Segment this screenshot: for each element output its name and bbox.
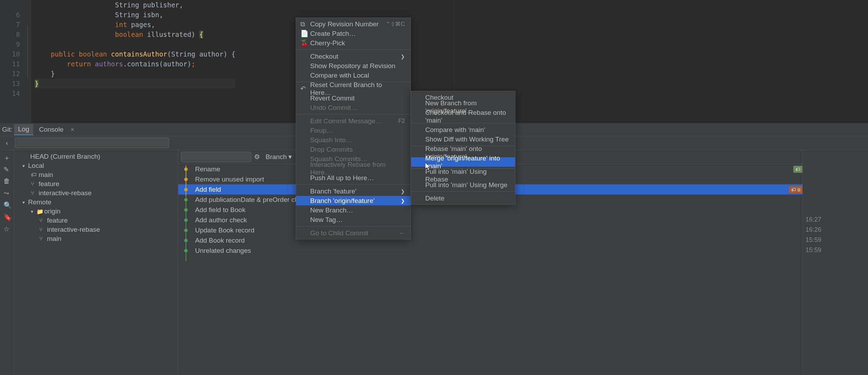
menu-label: Delete [425,195,445,202]
menu-item: Edit Commit Message…F2 [296,116,410,126]
delete-icon[interactable]: 🗑 [4,177,11,184]
commit-details-pane: 16:2716:2615:5915:59 [803,150,868,375]
menu-item[interactable]: Push All up to Here… [296,173,410,183]
menu-item: Go to Child Commit← [296,228,410,238]
menu-label: Compare with 'main' [425,126,485,134]
menu-label: Compare with Local [310,72,369,79]
branch-filter-dropdown[interactable]: Branch ▾ [266,153,292,161]
menu-item[interactable]: Compare with 'main' [411,125,515,134]
menu-label: Drop Commits [310,146,353,153]
commit-row[interactable]: Add field to Book [178,205,802,215]
menu-label: Edit Commit Message… [310,117,382,125]
commit-message: Update Book record [195,226,802,234]
menu-item[interactable]: Merge 'origin/feature' into 'main' [411,157,515,167]
line-number-gutter: 67891011121314 [0,0,26,123]
gear-icon[interactable]: ⚙ [254,153,260,161]
commit-message: Unrelated changes [195,247,802,255]
tag-badge: 🏷 o [789,186,802,193]
edit-icon[interactable]: ✎ [4,165,11,172]
git-title-label: Git: [2,126,13,133]
sync-icon[interactable]: ⤳ [4,189,11,196]
patch-icon: 📄 [300,29,307,38]
menu-label: Cherry-Pick [310,39,345,47]
menu-item: Fixup… [296,126,410,135]
menu-label: New Branch… [310,206,353,214]
menu-label: Undo Commit… [310,104,358,112]
remote-branch-feature[interactable]: ⑂feature [14,216,178,225]
commit-message: Add author check [195,216,802,224]
cherry-icon: 🍒 [300,39,307,47]
commit-row[interactable]: Add Book record [178,235,802,245]
menu-label: Checkout [310,53,338,60]
menu-item: Drop Commits [296,145,410,154]
menu-label: Squash Into… [310,136,352,144]
head-branch-row[interactable]: HEAD (Current Branch) [14,152,178,161]
tab-log[interactable]: Log [14,124,34,135]
commit-search-input[interactable] [181,152,251,162]
menu-label: Branch 'feature' [310,188,356,195]
menu-item[interactable]: Pull into 'main' Using Rebase [411,171,515,180]
commit-message: Add Book record [195,237,802,244]
commit-row[interactable]: Unrelated changes [178,245,802,256]
code-area[interactable]: String publisher, String isbn, int pages… [31,0,235,123]
menu-label: Branch 'origin/feature' [310,197,375,205]
menu-label: Show Diff with Working Tree [425,136,509,143]
menu-item[interactable]: New Branch… [296,205,410,215]
menu-item[interactable]: Checkout and Rebase onto 'main' [411,112,515,121]
commit-row[interactable]: Update Book record [178,225,802,235]
menu-label: Copy Revision Number [310,20,379,28]
commit-row[interactable]: Add author check [178,215,802,225]
menu-item[interactable]: ⧉ Copy Revision Number⌃⇧⌘C [296,19,410,29]
branch-submenu[interactable]: Checkout New Branch from 'origin/feature… [411,91,515,205]
git-side-tools: ＋ ✎ 🗑 ⤳ 🔍 🔖 ☆ [0,150,14,375]
tag-badge: 🏷 [793,166,802,173]
menu-item[interactable]: Checkout❯ [296,52,410,61]
menu-item: Interactively Rebase from Here… [296,164,410,173]
menu-label: Push All up to Here… [310,174,374,182]
editor-preview-pane [454,0,868,123]
undo-icon: ↶ [300,85,307,93]
tab-console[interactable]: Console [35,124,68,135]
local-branch-interactive-rebase[interactable]: ⑂interactive-rebase [14,189,178,198]
remote-branch-interactive-rebase[interactable]: ⑂interactive-rebase [14,225,178,234]
find-icon[interactable]: 🔍 [4,201,11,208]
menu-item: Undo Commit… [296,103,410,112]
menu-item[interactable]: Pull into 'main' Using Merge [411,180,515,190]
add-icon[interactable]: ＋ [4,153,11,160]
star-icon[interactable]: ☆ [4,225,11,232]
menu-item[interactable]: New Tag… [296,215,410,224]
copy-icon: ⧉ [300,20,307,28]
menu-item[interactable]: 🍒 Cherry-Pick [296,38,410,48]
branch-tree[interactable]: HEAD (Current Branch)▾Local🏷main⑂feature… [14,150,178,375]
branch-search-input[interactable] [15,138,169,148]
remote-branch-main[interactable]: ⑂main [14,234,178,243]
back-button[interactable]: ‹ [2,138,12,148]
menu-item: Squash Into… [296,135,410,145]
remote-branches-group[interactable]: ▾Remote [14,198,178,207]
menu-item[interactable]: Branch 'origin/feature'❯ [296,196,410,205]
local-branch-main[interactable]: 🏷main [14,170,178,179]
fold-column [26,0,31,123]
menu-item[interactable]: Revert Commit [296,93,410,103]
tag-icon[interactable]: 🔖 [4,213,11,220]
menu-item[interactable]: Show Repository at Revision [296,61,410,71]
menu-item[interactable]: Branch 'feature'❯ [296,186,410,196]
origin-remote[interactable]: ▾📁origin [14,207,178,216]
local-branches-group[interactable]: ▾Local [14,161,178,170]
menu-item[interactable]: Show Diff with Working Tree [411,134,515,144]
menu-item[interactable]: 📄 Create Patch… [296,29,410,38]
menu-item[interactable]: ↶ Reset Current Branch to Here… [296,84,410,93]
menu-label: Fixup… [310,127,333,134]
menu-label: New Tag… [310,216,343,224]
menu-item[interactable]: Compare with Local [296,71,410,80]
close-tab-icon[interactable]: × [71,126,74,133]
local-branch-feature[interactable]: ⑂feature [14,179,178,189]
menu-label: Checkout and Rebase onto 'main' [425,109,509,124]
menu-label: Revert Commit [310,94,355,102]
menu-item[interactable]: Delete [411,193,515,203]
menu-label: Pull into 'main' Using Merge [425,181,507,189]
menu-label: Show Repository at Revision [310,62,395,70]
commit-message: Add field to Book [195,206,802,214]
menu-label: Go to Child Commit [310,229,368,237]
commit-context-menu[interactable]: ⧉ Copy Revision Number⌃⇧⌘C 📄 Create Patc… [296,18,411,239]
